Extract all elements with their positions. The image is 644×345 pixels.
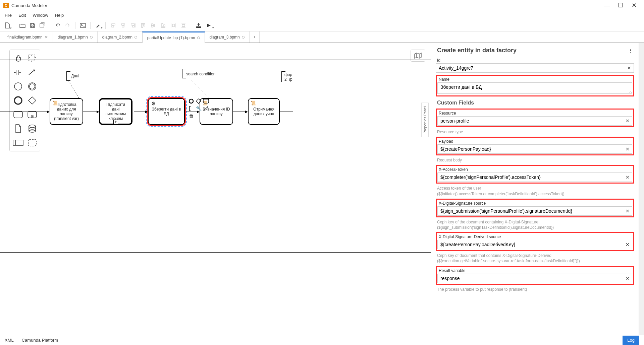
flow-2[interactable] <box>134 110 148 114</box>
task-getstudent[interactable]: 📜 Отримання даних учня <box>248 98 280 125</box>
end-event-button[interactable] <box>12 94 24 107</box>
new-file-button[interactable]: ▾ <box>3 21 12 30</box>
group-button[interactable] <box>26 136 39 149</box>
image-icon[interactable] <box>78 21 88 30</box>
clear-resource-button[interactable]: ✕ <box>626 118 630 124</box>
close-icon[interactable]: ✕ <box>45 35 48 40</box>
tab-diagram-2[interactable]: diagram_2.bpmn <box>98 31 142 43</box>
redo-button[interactable] <box>63 21 72 30</box>
hand-tool-button[interactable] <box>12 52 24 65</box>
pool-button[interactable] <box>12 136 24 149</box>
menu-window[interactable]: Window <box>29 11 51 19</box>
resource-input[interactable] <box>437 116 632 126</box>
close-window-button[interactable]: ✕ <box>627 0 641 10</box>
connect-tool-button[interactable] <box>26 66 39 79</box>
properties-scrollbar[interactable] <box>639 43 644 335</box>
save-all-button[interactable] <box>38 21 47 30</box>
flow-4[interactable] <box>233 110 248 114</box>
intermediate-event-button[interactable] <box>26 80 39 93</box>
gateway-button[interactable] <box>26 94 39 107</box>
custom-fields-heading: Custom Fields <box>437 100 633 106</box>
save-button[interactable] <box>28 21 37 30</box>
deploy-button[interactable] <box>194 21 203 30</box>
maximize-button[interactable]: ☐ <box>614 0 627 10</box>
add-tab-button[interactable]: + <box>250 31 260 43</box>
ctx-gateway-icon[interactable] <box>195 98 202 105</box>
align-left-button[interactable] <box>108 21 118 30</box>
xdsd-input[interactable] <box>437 240 632 249</box>
dirty-icon[interactable] <box>242 36 245 39</box>
task-label: Отримання даних учня <box>251 107 277 116</box>
lane-bottom-boundary <box>0 252 431 253</box>
task-prep[interactable]: 📜 Підготовка даних для запису (transient… <box>50 98 83 125</box>
align-right-button[interactable] <box>128 21 138 30</box>
annotation-dash-1 <box>67 80 80 100</box>
color-picker-button[interactable]: ▾ <box>93 21 103 30</box>
menu-help[interactable]: Help <box>52 11 67 19</box>
flow-5[interactable] <box>280 110 293 114</box>
toolbar: ▾ ▾ ▾ <box>0 19 644 31</box>
minimize-button[interactable]: — <box>600 0 614 10</box>
id-input[interactable] <box>436 63 634 73</box>
dirty-icon[interactable] <box>90 36 93 39</box>
flow-3[interactable] <box>186 110 200 114</box>
xds-input[interactable] <box>437 206 632 216</box>
lasso-tool-button[interactable] <box>26 52 39 65</box>
flow-in[interactable] <box>0 110 50 114</box>
annotation-search: search condition <box>186 72 215 76</box>
open-file-button[interactable] <box>18 21 27 30</box>
data-store-button[interactable] <box>26 122 39 135</box>
clear-id-button[interactable]: ✕ <box>627 65 631 71</box>
payload-input[interactable] <box>437 144 632 154</box>
align-top-button[interactable] <box>139 21 148 30</box>
payload-help: Request body <box>437 157 633 163</box>
distribute-v-button[interactable] <box>179 21 188 30</box>
align-bottom-button[interactable] <box>159 21 168 30</box>
clear-result-button[interactable]: ✕ <box>626 276 630 281</box>
result-label: Result variable <box>437 268 632 273</box>
clear-payload-button[interactable]: ✕ <box>626 146 630 152</box>
annotation-data: Дані <box>71 74 79 78</box>
canvas[interactable]: Дані search condition фор 2=ф 📜 Підготов… <box>0 43 431 335</box>
tab-diagram-3[interactable]: diagram_3.bpmn <box>205 31 250 43</box>
dirty-icon[interactable] <box>135 36 137 39</box>
workspace: Дані search condition фор 2=ф 📜 Підготов… <box>0 43 644 335</box>
name-input[interactable]: Зберегти дані в БД <box>437 82 632 94</box>
task-sign[interactable]: Підписати дані системним ключем + <box>99 98 132 125</box>
ctx-task-icon[interactable] <box>203 98 209 105</box>
run-button[interactable]: ▾ <box>204 21 213 30</box>
status-xml[interactable]: XML <box>5 338 14 343</box>
log-button[interactable]: Log <box>623 336 639 345</box>
clear-xat-button[interactable]: ✕ <box>626 175 630 180</box>
result-input[interactable] <box>437 274 632 283</box>
properties-title: Create entity in data factory <box>437 47 517 54</box>
align-center-v-button[interactable] <box>149 21 158 30</box>
tab-diagram-1[interactable]: diagram_1.bpmn <box>53 31 98 43</box>
ctx-end-event-icon[interactable] <box>188 98 195 105</box>
properties-panel-toggle[interactable]: Properties Panel <box>421 102 428 137</box>
flow-1[interactable] <box>83 110 99 114</box>
undo-button[interactable] <box>53 21 62 30</box>
clear-xds-button[interactable]: ✕ <box>626 208 630 214</box>
context-pad: 🔧 🗑 <box>188 98 209 119</box>
clear-xdsd-button[interactable]: ✕ <box>626 242 630 247</box>
ctx-connect-icon[interactable] <box>203 105 209 112</box>
data-object-button[interactable] <box>12 122 24 135</box>
dirty-icon[interactable] <box>197 37 200 39</box>
properties-menu-icon[interactable]: ⋮ <box>628 48 633 53</box>
tab-finalkdiagram[interactable]: finalkdiagram.bpmn✕ <box>3 31 53 43</box>
space-tool-button[interactable] <box>12 66 24 79</box>
menu-file[interactable]: File <box>1 11 15 19</box>
start-event-button[interactable] <box>12 80 24 93</box>
xds-label: X-Digital-Signature source <box>437 200 632 206</box>
status-platform[interactable]: Camunda Platform <box>22 338 58 343</box>
xat-input[interactable] <box>437 172 632 182</box>
menu-edit[interactable]: Edit <box>15 11 29 19</box>
tab-partial-update[interactable]: partialUpdate_bp (1).bpmn <box>142 31 205 43</box>
align-center-h-button[interactable] <box>118 21 128 30</box>
tab-bar: finalkdiagram.bpmn✕ diagram_1.bpmn diagr… <box>0 31 644 43</box>
svg-point-5 <box>30 84 35 89</box>
svg-point-3 <box>14 83 22 90</box>
task-save[interactable]: ⚙ Зберегти дані в БД <box>148 98 185 125</box>
distribute-h-button[interactable] <box>169 21 178 30</box>
